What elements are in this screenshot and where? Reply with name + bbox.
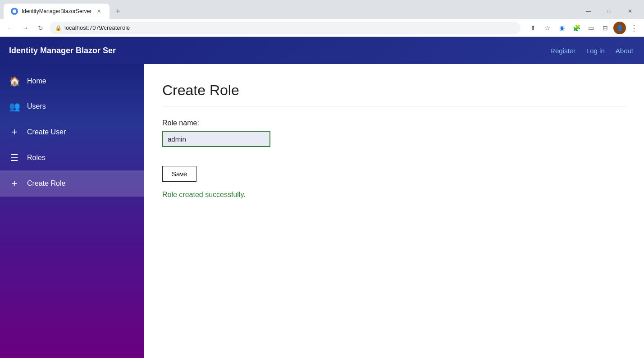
tab-close-button[interactable]: ✕ xyxy=(95,8,102,15)
sidebar-item-create-user[interactable]: + Create User xyxy=(0,119,144,145)
main-layout: 🏠 Home 👥 Users + Create User ☰ Roles + C… xyxy=(0,64,644,358)
sidebar-label-roles: Roles xyxy=(27,154,46,162)
maximize-button[interactable]: □ xyxy=(599,4,620,19)
sidebar-item-home[interactable]: 🏠 Home xyxy=(0,69,144,94)
url-bar[interactable]: 🔒 localhost:7079/createrole xyxy=(50,22,521,34)
extension-icon[interactable]: ◉ xyxy=(556,22,568,34)
tab-favicon xyxy=(11,8,18,15)
register-link[interactable]: Register xyxy=(550,47,575,55)
sidebar-label-users: Users xyxy=(27,102,46,110)
content-area: Create Role Role name: Save Role created… xyxy=(144,64,644,358)
users-icon: 👥 xyxy=(9,101,20,112)
login-link[interactable]: Log in xyxy=(586,47,605,55)
roles-icon: ☰ xyxy=(9,152,20,163)
create-role-icon: + xyxy=(9,178,20,189)
sidebar-item-users[interactable]: 👥 Users xyxy=(0,94,144,119)
svg-point-0 xyxy=(13,9,16,13)
new-tab-button[interactable]: + xyxy=(111,5,124,18)
app-nav-links: Register Log in About xyxy=(550,47,644,55)
sidebar: 🏠 Home 👥 Users + Create User ☰ Roles + C… xyxy=(0,64,144,358)
success-message: Role created successfully. xyxy=(162,191,246,198)
url-text: localhost:7079/createrole xyxy=(64,24,130,31)
lock-icon: 🔒 xyxy=(55,25,62,31)
minimize-button[interactable]: — xyxy=(578,4,599,19)
cast-icon[interactable]: ▭ xyxy=(585,22,597,34)
tab-title: IdentityManagerBlazorServer xyxy=(22,8,91,14)
sidebar-label-create-user: Create User xyxy=(27,128,66,136)
save-button[interactable]: Save xyxy=(162,166,196,182)
app-brand: Identity Manager Blazor Ser xyxy=(0,46,144,55)
role-name-input[interactable] xyxy=(162,131,270,147)
sidebar-item-roles[interactable]: ☰ Roles xyxy=(0,145,144,170)
create-user-icon: + xyxy=(9,126,20,138)
page-title: Create Role xyxy=(162,82,626,99)
about-link[interactable]: About xyxy=(616,47,633,55)
bookmark-icon[interactable]: ☆ xyxy=(541,22,554,34)
divider xyxy=(162,106,626,106)
window-controls: — □ ✕ xyxy=(578,4,640,19)
sidebar-label-home: Home xyxy=(27,77,46,85)
back-button[interactable]: ← xyxy=(4,22,16,34)
close-button[interactable]: ✕ xyxy=(620,4,640,19)
browser-tab[interactable]: IdentityManagerBlazorServer ✕ xyxy=(4,4,110,19)
sidebar-icon[interactable]: ⊟ xyxy=(599,22,612,34)
browser-actions: ⬆ ☆ ◉ 🧩 ▭ ⊟ 👤 ⋮ xyxy=(527,22,640,34)
menu-button[interactable]: ⋮ xyxy=(628,22,640,34)
puzzle-icon[interactable]: 🧩 xyxy=(570,22,583,34)
sidebar-label-create-role: Create Role xyxy=(27,179,65,188)
address-bar: ← → ↻ 🔒 localhost:7079/createrole ⬆ ☆ ◉ … xyxy=(0,19,644,37)
sidebar-item-create-role[interactable]: + Create Role xyxy=(0,170,144,197)
profile-avatar[interactable]: 👤 xyxy=(613,22,626,34)
role-name-label: Role name: xyxy=(162,119,626,127)
home-icon: 🏠 xyxy=(9,76,20,87)
share-icon[interactable]: ⬆ xyxy=(527,22,539,34)
reload-button[interactable]: ↻ xyxy=(34,22,47,34)
app-header: Identity Manager Blazor Ser Register Log… xyxy=(0,37,644,64)
forward-button[interactable]: → xyxy=(19,22,32,34)
